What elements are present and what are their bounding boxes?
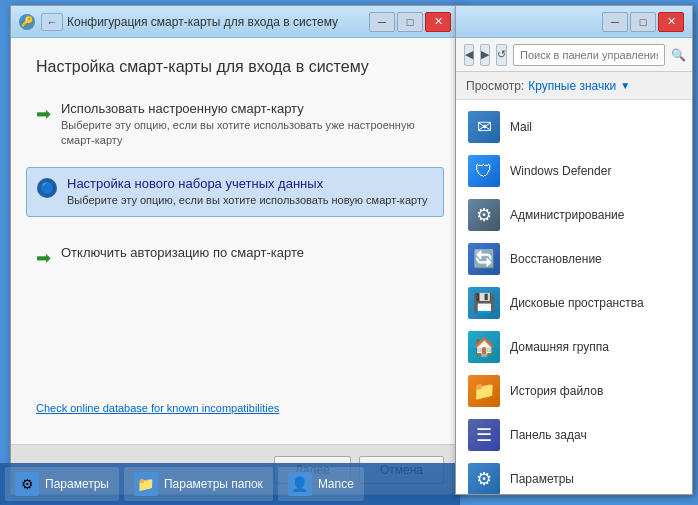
homegroup-icon: 🏠 (468, 331, 500, 363)
history-icon: 📁 (468, 375, 500, 407)
titlebar-controls: ─ □ ✕ (369, 12, 451, 32)
mail-icon: ✉ (468, 111, 500, 143)
option-1-desc: Выберите эту опцию, если вы хотите испол… (61, 118, 434, 149)
cp-homegroup-label: Домашняя группа (510, 340, 609, 354)
cp-forward-btn[interactable]: ▶ (480, 44, 490, 66)
option-2-text: Настройка нового набора учетных данных В… (67, 176, 428, 208)
cp-item-admin[interactable]: ⚙ Администрирование (456, 193, 692, 237)
option-disable[interactable]: ➡ Отключить авторизацию по смарт-карте (36, 245, 434, 269)
option-new-credentials[interactable]: 🔵 Настройка нового набора учетных данных… (26, 167, 444, 217)
dialog-content: Настройка смарт-карты для входа в систем… (11, 38, 459, 444)
cp-back-btn[interactable]: ◀ (464, 44, 474, 66)
cp-defender-label: Windows Defender (510, 164, 611, 178)
dialog-header: Настройка смарт-карты для входа в систем… (36, 58, 434, 76)
close-button[interactable]: ✕ (425, 12, 451, 32)
cp-close[interactable]: ✕ (658, 12, 684, 32)
back-button[interactable]: ← (41, 13, 63, 31)
dialog-title: Конфигурация смарт-карты для входа в сис… (67, 15, 369, 29)
option-2-title: Настройка нового набора учетных данных (67, 176, 428, 191)
cp-maximize[interactable]: □ (630, 12, 656, 32)
option-use-existing[interactable]: ➡ Использовать настроенную смарт-карту В… (36, 101, 434, 149)
folder-params-icon: 📁 (134, 472, 158, 496)
taskbar-item-params[interactable]: ⚙ Параметры (5, 467, 119, 501)
cp-item-disk[interactable]: 💾 Дисковые пространства (456, 281, 692, 325)
admin-icon: ⚙ (468, 199, 500, 231)
taskbar-item-folder-params[interactable]: 📁 Параметры папок (124, 467, 273, 501)
cp-item-defender[interactable]: 🛡 Windows Defender (456, 149, 692, 193)
cp-disk-label: Дисковые пространства (510, 296, 644, 310)
cp-minimize[interactable]: ─ (602, 12, 628, 32)
parameters-icon: ⚙ (468, 463, 500, 494)
smart-card-dialog: 🔑 ← Конфигурация смарт-карты для входа в… (10, 5, 460, 495)
cp-controls: ─ □ ✕ (602, 12, 684, 32)
maximize-button[interactable]: □ (397, 12, 423, 32)
cp-history-label: История файлов (510, 384, 603, 398)
minimize-button[interactable]: ─ (369, 12, 395, 32)
option-1-text: Использовать настроенную смарт-карту Выб… (61, 101, 434, 149)
recovery-icon: 🔄 (468, 243, 500, 275)
incompatibilities-link[interactable]: Check online database for known incompat… (36, 402, 434, 424)
selected-icon: 🔵 (37, 178, 57, 198)
taskbar-item-mance[interactable]: 👤 Mance (278, 467, 364, 501)
control-panel: ─ □ ✕ ◀ ▶ ↺ 🔍 Просмотр: Крупные значки ▼… (455, 5, 693, 495)
taskbar: ⚙ Параметры 📁 Параметры папок 👤 Mance (0, 463, 460, 505)
cp-view-value[interactable]: Крупные значки (528, 79, 616, 93)
cp-item-taskbar-settings[interactable]: ☰ Панель задач (456, 413, 692, 457)
option-3-text: Отключить авторизацию по смарт-карте (61, 245, 304, 260)
cp-titlebar: ─ □ ✕ (456, 6, 692, 38)
cp-refresh-btn[interactable]: ↺ (496, 44, 507, 66)
option-2-desc: Выберите эту опцию, если вы хотите испол… (67, 193, 428, 208)
option-arrow-3: ➡ (36, 247, 51, 269)
cp-addressbar: ◀ ▶ ↺ 🔍 (456, 38, 692, 72)
params-icon: ⚙ (15, 472, 39, 496)
cp-item-mail[interactable]: ✉ Mail (456, 105, 692, 149)
mance-icon: 👤 (288, 472, 312, 496)
chevron-down-icon[interactable]: ▼ (620, 80, 630, 91)
cp-taskbar-settings-label: Панель задач (510, 428, 587, 442)
option-3-title: Отключить авторизацию по смарт-карте (61, 245, 304, 260)
option-1-title: Использовать настроенную смарт-карту (61, 101, 434, 116)
cp-item-homegroup[interactable]: 🏠 Домашняя группа (456, 325, 692, 369)
taskbar-settings-icon: ☰ (468, 419, 500, 451)
option-arrow-1: ➡ (36, 103, 51, 125)
cp-admin-label: Администрирование (510, 208, 624, 222)
cp-parameters-label: Параметры (510, 472, 574, 486)
defender-icon: 🛡 (468, 155, 500, 187)
dialog-titlebar: 🔑 ← Конфигурация смарт-карты для входа в… (11, 6, 459, 38)
dialog-icon: 🔑 (19, 14, 35, 30)
search-icon: 🔍 (671, 46, 686, 64)
cp-search-input[interactable] (513, 44, 665, 66)
cp-mail-label: Mail (510, 120, 532, 134)
cp-view-label: Просмотр: (466, 79, 524, 93)
cp-recovery-label: Восстановление (510, 252, 602, 266)
cp-item-parameters[interactable]: ⚙ Параметры (456, 457, 692, 494)
cp-viewbar: Просмотр: Крупные значки ▼ (456, 72, 692, 100)
cp-item-history[interactable]: 📁 История файлов (456, 369, 692, 413)
taskbar-mance-label: Mance (318, 477, 354, 491)
disk-icon: 💾 (468, 287, 500, 319)
cp-item-recovery[interactable]: 🔄 Восстановление (456, 237, 692, 281)
taskbar-folder-params-label: Параметры папок (164, 477, 263, 491)
cp-items-list: ✉ Mail 🛡 Windows Defender ⚙ Администриро… (456, 100, 692, 494)
taskbar-params-label: Параметры (45, 477, 109, 491)
